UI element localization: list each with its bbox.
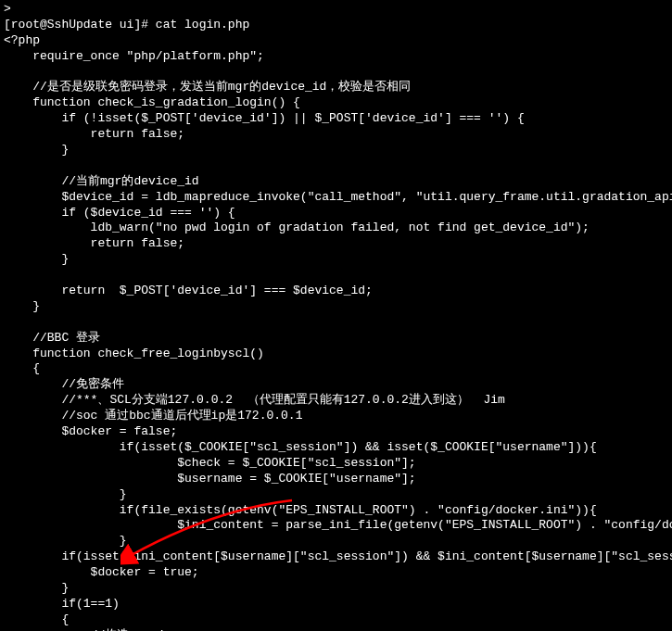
file-content: <?php require_once "php/platform.php"; /… [4, 33, 672, 631]
terminal-output: > [root@SshUpdate ui]# cat login.php <?p… [0, 0, 672, 631]
shell-prompt: > [root@SshUpdate ui]# cat login.php [4, 2, 249, 32]
